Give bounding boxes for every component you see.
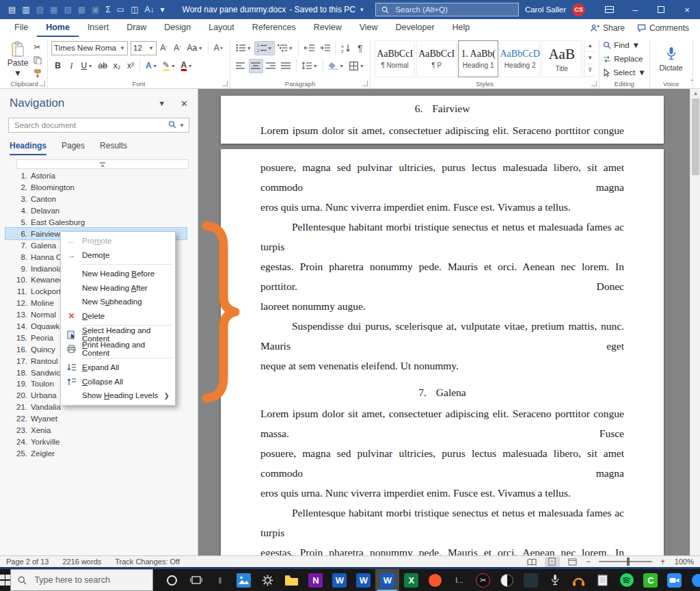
font-color-button[interactable]: A▼	[178, 59, 195, 73]
copy-button[interactable]	[31, 55, 44, 66]
document-heading[interactable]: 7.Galena	[260, 382, 624, 402]
two-columns-icon[interactable]: ◫	[131, 5, 138, 14]
styles-more-icon[interactable]: ⊽	[584, 64, 595, 77]
format-painter-button[interactable]	[31, 68, 44, 79]
decrease-indent-button[interactable]	[301, 41, 317, 55]
camtasia-icon[interactable]: C	[638, 569, 662, 591]
page-indicator[interactable]: Page 2 of 13	[6, 557, 49, 566]
ribbon-tab-view[interactable]: View	[351, 19, 387, 37]
ribbon-tab-references[interactable]: References	[243, 19, 305, 37]
document-text-line[interactable]: eros quis urna. Nunc viverra imperdiet e…	[260, 197, 624, 217]
scroll-to-top-control[interactable]	[16, 159, 189, 169]
avatar[interactable]: CS	[572, 3, 585, 16]
file-explorer-icon[interactable]	[280, 569, 304, 591]
grow-font-button[interactable]: Aˆ	[157, 41, 170, 55]
title-caret-icon[interactable]: ▾	[360, 6, 364, 13]
nav-heading-item-2[interactable]: 2.Bloomington	[5, 182, 187, 194]
font-size-combo[interactable]: 12▼	[131, 41, 157, 55]
style-p[interactable]: AaBbCcI¶ P	[416, 40, 457, 77]
menu-item-expand-all[interactable]: Expand All	[61, 360, 175, 375]
sort-az-icon[interactable]: A↓	[145, 5, 154, 14]
borders-button[interactable]: ▼	[347, 59, 366, 73]
nav-tab-headings[interactable]: Headings	[10, 141, 46, 155]
document-heading[interactable]: 6.Fairview	[260, 98, 624, 118]
ribbon-tab-draw[interactable]: Draw	[118, 19, 155, 37]
sort-button[interactable]: AZ	[338, 41, 353, 55]
ribbon-tab-file[interactable]: File	[5, 19, 37, 37]
nav-heading-item-3[interactable]: 3.Canton	[5, 194, 187, 205]
font-family-combo[interactable]: Times New Roma▼	[51, 41, 128, 55]
styles-scroll-down-icon[interactable]: ▼	[584, 52, 595, 64]
settings-icon[interactable]	[256, 569, 280, 591]
read-mode-button[interactable]	[524, 557, 539, 567]
styles-scroll-up-icon[interactable]: ▲	[584, 40, 595, 52]
navigation-options-caret-icon[interactable]: ▼	[158, 99, 165, 107]
increase-indent-button[interactable]	[317, 41, 332, 55]
shading-button[interactable]: ▼	[326, 59, 346, 73]
nav-heading-item-25[interactable]: 25.Zeigler	[5, 447, 187, 459]
strikethrough-button[interactable]: ab	[96, 59, 109, 73]
pinned-divider-icon[interactable]: ‖	[208, 569, 232, 591]
document-page-2[interactable]: posuere, magna sed pulvinar ultricies, p…	[221, 149, 664, 555]
menu-item-delete[interactable]: ✕Delete	[61, 309, 175, 324]
nav-heading-item-24[interactable]: 24.Yorkville	[5, 436, 187, 447]
word-icon-3[interactable]: W	[375, 569, 399, 591]
share-button[interactable]: Share	[591, 23, 625, 33]
word-icon-1[interactable]: W	[327, 569, 351, 591]
nav-heading-item-22[interactable]: 22.Wyanet	[5, 413, 187, 425]
ribbon-tab-help[interactable]: Help	[444, 19, 479, 37]
cut-button[interactable]: ✂	[31, 42, 44, 53]
nav-heading-item-5[interactable]: 5.East Galesburg	[5, 217, 187, 228]
menu-item-collapse-all[interactable]: Collapse All	[61, 375, 175, 389]
clear-formatting-button[interactable]: A✦	[211, 41, 226, 55]
scrollbar-thumb[interactable]	[692, 98, 699, 175]
nav-tab-results[interactable]: Results	[100, 141, 127, 155]
nav-heading-item-23[interactable]: 23.Xenia	[5, 425, 187, 436]
styles-dialog-launcher[interactable]	[591, 81, 597, 86]
menu-item-select-heading-and-content[interactable]: Select Heading and Content	[61, 328, 175, 342]
subscript-button[interactable]: x₂	[110, 59, 123, 73]
spotify-icon[interactable]	[615, 569, 638, 591]
collapse-ribbon-icon[interactable]: ⌃	[689, 79, 695, 86]
scrollbar-up-icon[interactable]: ▲	[690, 89, 700, 98]
sum-icon[interactable]: Σ	[105, 5, 110, 14]
taskbar-search[interactable]	[10, 569, 153, 591]
navigation-close-icon[interactable]: ✕	[180, 98, 188, 109]
snipping-tool-icon[interactable]: ✂	[471, 569, 495, 591]
document-scrollbar[interactable]: ▲	[690, 89, 700, 555]
disabled-tool-4-icon[interactable]: ▩	[78, 5, 85, 14]
yinyang-icon[interactable]	[495, 569, 519, 591]
bullets-button[interactable]: ▼	[234, 41, 254, 55]
paragraph-dialog-launcher[interactable]	[362, 81, 368, 86]
ribbon-display-options-button[interactable]	[596, 0, 622, 19]
select-button[interactable]: Select▼	[603, 66, 645, 78]
web-layout-button[interactable]	[565, 557, 580, 567]
headphones-icon[interactable]	[567, 569, 591, 591]
pilcrow-button[interactable]: ¶	[353, 41, 366, 55]
superscript-button[interactable]: x²	[124, 59, 137, 73]
document-text-line[interactable]: Pellentesque habitant morbi tristique se…	[260, 503, 624, 542]
task-view-icon[interactable]	[184, 569, 208, 591]
nav-heading-item-1[interactable]: 1.Astoria	[5, 170, 187, 182]
print-layout-button[interactable]	[545, 557, 560, 567]
document-text-line[interactable]: posuere, magna sed pulvinar ultricies, p…	[260, 157, 624, 197]
nav-heading-item-4[interactable]: 4.Delavan	[5, 205, 187, 217]
document-text-line[interactable]: Lorem ipsum dolor sit amet, consectetuer…	[260, 404, 624, 443]
underline-button[interactable]: U▼	[79, 59, 95, 73]
menu-item-demote[interactable]: →Demote	[61, 248, 175, 263]
justify-button[interactable]	[279, 59, 293, 73]
disabled-tool-1-icon[interactable]: ▨	[36, 5, 44, 14]
qat-customize-icon[interactable]: ▾	[161, 5, 165, 14]
menu-item-new-subheading[interactable]: New Subheading	[61, 295, 175, 309]
style-heading-1[interactable]: 1. AaBb(Heading 1	[458, 40, 498, 77]
multilevel-list-button[interactable]: ▼	[275, 41, 295, 55]
menu-item-show-heading-levels[interactable]: Show Heading Levels❯	[61, 389, 175, 403]
highlight-button[interactable]: ✎▼	[161, 59, 178, 73]
zoom-icon[interactable]	[662, 569, 686, 591]
photos-icon[interactable]	[232, 569, 256, 591]
document-page-1[interactable]: 6.FairviewLorem ipsum dolor sit amet, co…	[221, 96, 664, 144]
shrink-font-button[interactable]: Aˇ	[171, 41, 184, 55]
account-area[interactable]: Carol Saller CS	[525, 3, 585, 16]
disabled-tool-5-icon[interactable]: ▣	[92, 5, 99, 14]
dictate-button[interactable]: Dictate	[654, 40, 689, 78]
